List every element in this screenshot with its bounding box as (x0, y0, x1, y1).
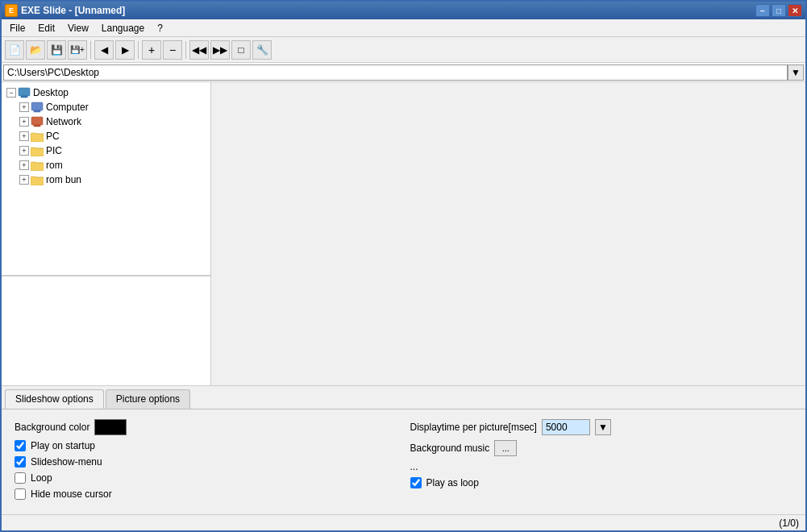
svg-rect-6 (31, 134, 44, 142)
tabs-bar: Slideshow options Picture options (2, 386, 805, 409)
menu-view[interactable]: View (61, 21, 95, 35)
expand-network[interactable]: + (19, 117, 29, 127)
desktop-icon (18, 87, 31, 98)
play-as-loop-label: Play as loop (426, 477, 479, 488)
play-as-loop-checkbox[interactable] (410, 477, 422, 488)
separator-1 (90, 41, 91, 59)
play-on-startup-label: Play on startup (31, 440, 95, 451)
svg-rect-1 (21, 96, 27, 98)
separator-2 (138, 41, 139, 59)
toolbar-next[interactable]: ▶▶ (210, 40, 230, 60)
statusbar: (1/0) (2, 514, 805, 530)
loop-label: Loop (31, 472, 52, 484)
ellipsis-label: ... (410, 461, 418, 472)
pathbar: C:\Users\PC\Desktop ▼ (2, 63, 805, 82)
play-on-startup-checkbox[interactable] (15, 440, 26, 451)
slideshow-menu-checkbox[interactable] (15, 456, 26, 468)
expand-pc[interactable]: + (19, 131, 29, 141)
preview-pane (2, 276, 210, 385)
separator-3 (185, 41, 186, 59)
music-browse-button[interactable]: ... (494, 440, 517, 456)
titlebar-controls: − □ ✕ (755, 4, 802, 17)
hide-mouse-checkbox[interactable] (15, 488, 26, 500)
toolbar-back[interactable]: ◀ (94, 40, 114, 60)
tree-item-desktop[interactable]: − Desktop (2, 85, 210, 100)
toolbar-blank[interactable]: □ (231, 40, 251, 60)
expand-rombun[interactable]: + (19, 175, 29, 185)
computer-icon (31, 102, 44, 113)
tree-label-rombun: rom bun (46, 174, 81, 185)
path-input[interactable]: C:\Users\PC\Desktop (3, 64, 788, 81)
tree-item-rom[interactable]: + rom (2, 158, 210, 172)
expand-pic[interactable]: + (19, 146, 29, 156)
menu-edit[interactable]: Edit (31, 21, 61, 35)
expand-desktop[interactable]: − (6, 88, 16, 98)
right-panel (211, 82, 805, 385)
options-grid: Background color Play on startup Slidesh… (8, 416, 799, 508)
toolbar-prev[interactable]: ◀◀ (189, 40, 209, 60)
tree-item-computer[interactable]: + Computer (2, 100, 210, 114)
menu-language[interactable]: Language (95, 21, 151, 35)
tree-item-network[interactable]: + Network (2, 114, 210, 129)
tree-item-pc[interactable]: + PC (2, 129, 210, 143)
toolbar-remove[interactable]: − (163, 40, 182, 60)
svg-rect-4 (31, 117, 43, 125)
menu-file[interactable]: File (3, 21, 31, 35)
displaytime-input[interactable] (542, 419, 590, 435)
play-as-loop-row: Play as loop (410, 477, 793, 488)
toolbar-open[interactable]: 📂 (26, 40, 45, 60)
folder-pic-icon (31, 145, 44, 156)
svg-rect-0 (19, 88, 30, 96)
network-icon (31, 116, 44, 127)
tree-label-rom: rom (46, 160, 63, 171)
svg-rect-9 (31, 177, 44, 185)
maximize-button[interactable]: □ (772, 4, 786, 17)
folder-rom-icon (31, 160, 44, 171)
left-options: Background color Play on startup Slidesh… (8, 416, 404, 508)
toolbar-save[interactable]: 💾 (47, 40, 66, 60)
toolbar-settings[interactable]: 🔧 (252, 40, 272, 60)
close-button[interactable]: ✕ (788, 4, 802, 17)
slideshow-menu-label: Slideshow-menu (31, 456, 102, 468)
toolbar-new[interactable]: 📄 (5, 40, 24, 60)
tree-label-network: Network (46, 116, 81, 127)
play-on-startup-row: Play on startup (15, 440, 397, 451)
titlebar: E EXE Slide - [Unnamed] − □ ✕ (2, 2, 805, 19)
tree-label-desktop: Desktop (33, 87, 69, 98)
minimize-button[interactable]: − (755, 4, 770, 17)
background-music-label: Background music (410, 443, 490, 454)
file-tree: − Desktop + Compute (2, 82, 210, 276)
tab-content: Background color Play on startup Slidesh… (2, 409, 805, 514)
titlebar-left: E EXE Slide - [Unnamed] (5, 4, 125, 17)
displaytime-dropdown[interactable]: ▼ (595, 419, 611, 435)
loop-checkbox[interactable] (15, 472, 26, 484)
toolbar-add[interactable]: + (142, 40, 161, 60)
tab-slideshow[interactable]: Slideshow options (5, 389, 104, 409)
path-dropdown[interactable]: ▼ (788, 64, 804, 81)
tree-item-pic[interactable]: + PIC (2, 143, 210, 158)
expand-computer[interactable]: + (19, 102, 29, 112)
slideshow-menu-row: Slideshow-menu (15, 456, 397, 468)
tab-picture[interactable]: Picture options (106, 389, 190, 409)
window-title: EXE Slide - [Unnamed] (21, 5, 125, 16)
hide-mouse-label: Hide mouse cursor (31, 488, 112, 500)
menu-help[interactable]: ? (151, 21, 169, 35)
toolbar: 📄 📂 💾 💾+ ◀ ▶ + − ◀◀ ▶▶ □ 🔧 (2, 37, 805, 63)
expand-rom[interactable]: + (19, 160, 29, 170)
displaytime-row: Displaytime per picture[msec] ▼ (410, 419, 793, 435)
toolbar-forward[interactable]: ▶ (115, 40, 135, 60)
loop-row: Loop (15, 472, 397, 484)
toolbar-saveas[interactable]: 💾+ (68, 40, 87, 60)
svg-rect-3 (34, 110, 40, 112)
hide-mouse-row: Hide mouse cursor (15, 488, 397, 500)
svg-rect-8 (31, 163, 44, 171)
left-panel: − Desktop + Compute (2, 82, 211, 385)
status-text: (1/0) (779, 517, 799, 529)
folder-pc-icon (31, 131, 44, 142)
tree-item-rombun[interactable]: + rom bun (2, 172, 210, 187)
color-swatch[interactable] (94, 419, 127, 435)
right-options: Displaytime per picture[msec] ▼ Backgrou… (404, 416, 800, 508)
background-music-row: Background music ... (410, 440, 793, 456)
menubar: File Edit View Language ? (2, 19, 805, 37)
content-area: − Desktop + Compute (2, 82, 805, 514)
